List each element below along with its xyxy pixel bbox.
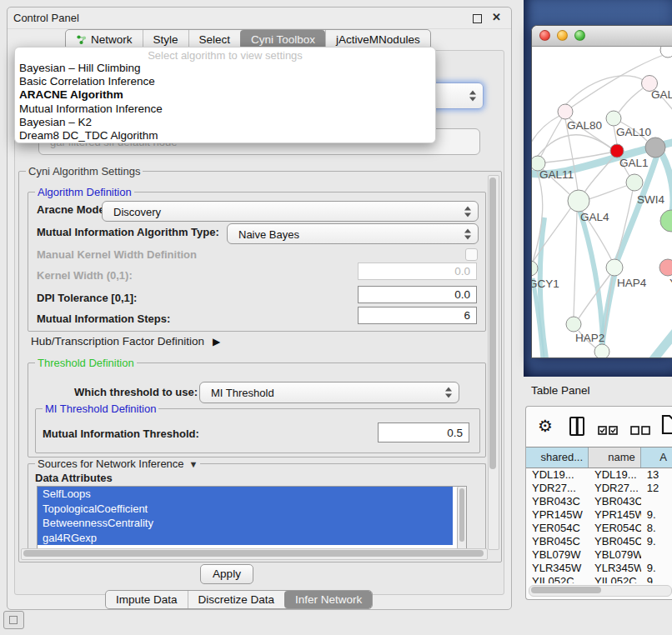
network-window-titlebar[interactable] <box>532 26 672 47</box>
column-header-a[interactable]: A <box>641 448 672 468</box>
attribute-item-betweennesscentrality[interactable]: BetweennessCentrality <box>38 516 453 531</box>
tab-infer-network[interactable]: Infer Network <box>284 591 372 608</box>
mi-threshold-group-title: MI Threshold Definition <box>43 402 158 415</box>
tab-label: Select <box>199 33 231 46</box>
tab-label: Discretize Data <box>198 593 275 606</box>
column-header-shared-[interactable]: shared... <box>526 448 589 468</box>
mi-type-combo[interactable]: Naive Bayes <box>227 223 479 244</box>
columns-icon[interactable] <box>569 417 584 436</box>
attr-scrollbar-thumb[interactable] <box>459 488 464 542</box>
network-canvas[interactable]: GALGAL80GAL10GAL1GAL11GAL4SWI4GCY1HAP4YH… <box>532 47 672 358</box>
network-node-gal1[interactable] <box>610 144 624 158</box>
tab-impute-data[interactable]: Impute Data <box>106 591 188 608</box>
aracne-mode-value: Discovery <box>113 205 161 218</box>
apply-button[interactable]: Apply <box>200 564 253 584</box>
mi-steps-label: Mutual Information Steps: <box>37 312 170 325</box>
attribute-item-topologicalcoefficient[interactable]: TopologicalCoefficient <box>38 502 453 517</box>
attr-list-scrollbar[interactable] <box>457 487 466 549</box>
network-node-gal10[interactable] <box>606 111 621 126</box>
network-edge <box>532 208 571 263</box>
table-horizontal-scrollbar[interactable] <box>529 585 672 597</box>
aracne-mode-combo[interactable]: Discovery <box>102 201 479 222</box>
close-panel-icon[interactable]: ✕ <box>492 11 501 23</box>
table-panel-title: Table Panel <box>531 384 590 397</box>
algorithm-option-basic-correlation-inference[interactable]: Basic Correlation Inference <box>15 75 435 88</box>
which-threshold-combo[interactable]: MI Threshold <box>199 382 459 403</box>
table-row[interactable]: YBR045CYBR045C9. <box>526 534 672 548</box>
network-edge <box>540 118 562 158</box>
algorithm-definition-title: Algorithm Definition <box>35 186 134 198</box>
attribute-item-selfloops[interactable]: SelfLoops <box>38 487 453 502</box>
cyni-bottom-tabstrip: Impute DataDiscretize DataInfer Network <box>105 590 373 609</box>
algorithm-option-bayesian-hill-climbing[interactable]: Bayesian – Hill Climbing <box>15 62 435 75</box>
sources-group-title[interactable]: Sources for Network Inference▼ <box>35 458 200 470</box>
dpi-tolerance-label: DPI Tolerance [0,1]: <box>37 292 137 304</box>
mi-threshold-field[interactable] <box>378 422 469 442</box>
network-node-gcy1[interactable] <box>532 261 538 276</box>
settings-vscroll-thumb[interactable] <box>489 178 496 469</box>
control-panel-titlebar: Control Panel ✕ <box>8 8 511 29</box>
table-cell: YPR145W <box>589 508 641 521</box>
table-row[interactable]: YIL052CYIL052C9 <box>526 574 672 583</box>
network-node-y[interactable] <box>659 259 672 276</box>
network-node-gal4[interactable] <box>568 190 589 212</box>
tab-label: Style <box>153 33 178 46</box>
table-cell: YIL052C <box>589 574 641 583</box>
new-table-icon[interactable] <box>661 414 672 438</box>
network-edge <box>589 186 626 199</box>
window-close-icon[interactable] <box>539 30 550 41</box>
manual-kernel-checkbox[interactable] <box>465 248 478 261</box>
network-tab-icon <box>76 34 87 45</box>
table-cell: YBR045C <box>526 534 589 548</box>
table-hscroll-thumb[interactable] <box>531 587 601 593</box>
deselect-all-icon[interactable] <box>630 424 651 439</box>
network-node-label: HAP2 <box>575 332 604 344</box>
kernel-width-field[interactable] <box>358 262 477 280</box>
network-node-hap4[interactable] <box>606 259 623 276</box>
table-cell: YLR345W <box>589 561 641 574</box>
settings-horizontal-scrollbar[interactable] <box>21 548 488 560</box>
hub-definition-label: Hub/Transcription Factor Definition <box>31 335 204 348</box>
table-row[interactable]: YBR043CYBR043C <box>526 494 672 508</box>
table-cell: YBL079W <box>589 548 641 561</box>
dpi-tolerance-field[interactable] <box>358 286 477 303</box>
collapse-arrow-icon: ▼ <box>189 459 198 469</box>
table-row[interactable]: YDR27...YDR27...12 <box>526 481 672 494</box>
select-all-icon[interactable] <box>598 424 619 439</box>
float-panel-icon[interactable] <box>473 14 482 23</box>
data-attributes-list[interactable]: SelfLoopsTopologicalCoefficientBetweenne… <box>37 486 467 550</box>
window-minimize-icon[interactable] <box>557 30 568 41</box>
network-node[interactable] <box>645 138 665 158</box>
table-cell: YDR27... <box>589 481 641 494</box>
gear-icon[interactable]: ⚙ <box>538 416 553 436</box>
network-edge <box>565 76 649 105</box>
table-row[interactable]: YER054CYER054C8. <box>526 521 672 534</box>
algorithm-option-dream8-dc-tdc-algorithm[interactable]: Dream8 DC_TDC Algorithm <box>15 129 435 142</box>
tab-discretize-data[interactable]: Discretize Data <box>188 591 285 608</box>
network-node-gal80[interactable] <box>558 104 573 119</box>
network-node[interactable] <box>594 344 609 358</box>
network-node-hap2[interactable] <box>566 317 581 332</box>
table-row[interactable]: YPR145WYPR145W9. <box>526 508 672 521</box>
algorithm-option-bayesian-k2[interactable]: Bayesian – K2 <box>15 116 435 129</box>
table-row[interactable]: YDL19...YDL19...13 <box>526 468 672 481</box>
aracne-mode-label: Aracne Mode: <box>37 203 108 216</box>
column-header-name[interactable]: name <box>589 448 641 468</box>
network-node-swi4[interactable] <box>626 174 643 191</box>
tab-label: Impute Data <box>116 593 178 606</box>
restore-panel-button[interactable] <box>3 611 24 629</box>
combo-stepper-icon <box>464 206 471 217</box>
settings-hscroll-thumb[interactable] <box>23 550 484 557</box>
algorithm-option-mutual-information-inference[interactable]: Mutual Information Inference <box>15 102 435 116</box>
settings-vertical-scrollbar[interactable] <box>488 175 499 550</box>
table-row[interactable]: YLR345WYLR345W9. <box>526 561 672 574</box>
attribute-item-gal4rgexp[interactable]: gal4RGexp <box>38 531 453 546</box>
window-zoom-icon[interactable] <box>574 30 585 41</box>
network-node[interactable] <box>660 210 672 232</box>
algorithm-dropdown-popup: Select algorithm to view settings Bayesi… <box>14 47 436 143</box>
algorithm-option-aracne-algorithm[interactable]: ARACNE Algorithm <box>15 88 435 102</box>
hub-definition-toggle[interactable]: Hub/Transcription Factor Definition▶ <box>31 335 220 348</box>
table-row[interactable]: YBL079WYBL079W <box>526 548 672 561</box>
tab-label: Network <box>91 33 133 46</box>
mi-steps-field[interactable] <box>358 307 477 324</box>
